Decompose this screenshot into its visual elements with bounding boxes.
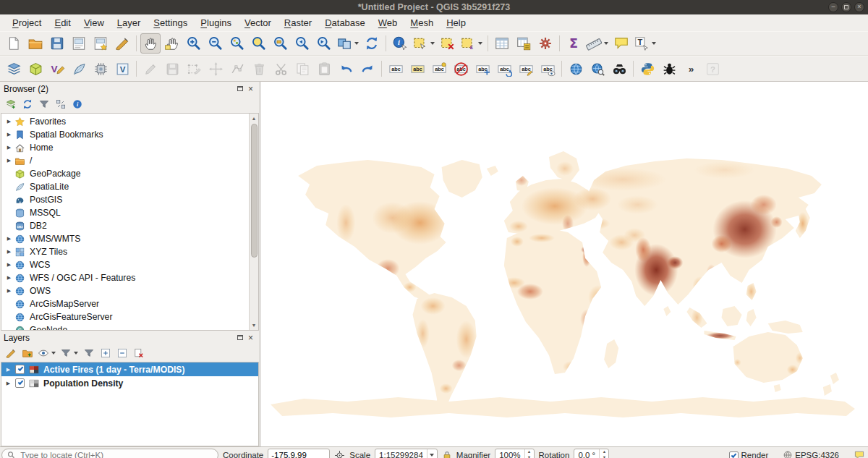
add-group-button[interactable] [20,346,35,360]
menu-database[interactable]: Database [318,16,372,30]
open-layer-styling-button[interactable] [4,346,18,360]
show-unplaced-labels-button[interactable]: abc [451,59,471,79]
browser-item-arcgisfeatureserver[interactable]: ArcGisFeatureServer [1,310,249,323]
refresh-browser-button[interactable] [20,97,35,111]
new-virtual-layer-button[interactable]: V [112,59,132,79]
map-canvas[interactable] [260,82,868,446]
scroll-down-arrow[interactable]: ▼ [250,321,258,330]
highlight-pinned-labels-button[interactable]: abc [429,59,449,79]
render-checkbox[interactable] [729,451,739,458]
menu-help[interactable]: Help [440,16,472,30]
paste-features-button[interactable] [314,59,334,79]
redo-button[interactable] [357,59,378,79]
measure-button[interactable] [585,33,610,54]
vertex-tool-button[interactable] [227,59,247,79]
menu-raster[interactable]: Raster [278,16,318,30]
zoom-full-extent-button[interactable] [227,33,247,54]
new-map-view-dropdown-arrow[interactable] [353,34,359,53]
field-calculator-button[interactable] [514,33,534,54]
zoom-to-selection-button[interactable] [249,33,269,54]
web-services-button[interactable] [587,59,608,79]
magnifier-spin-arrows[interactable]: ▲▼ [524,449,534,458]
cut-features-button[interactable] [271,59,291,79]
manage-map-themes-dropdown-arrow[interactable] [50,347,56,360]
open-attribute-table-button[interactable] [492,33,512,54]
identify-features-button[interactable]: i [390,33,410,54]
browser-item-db2[interactable]: DB2DB2 [1,219,249,232]
expander-icon[interactable]: ▶ [4,288,14,294]
browser-item-spatialite[interactable]: SpatiaLite [1,180,249,193]
search-layers-button[interactable] [609,59,629,79]
browser-item-wms-wmts[interactable]: ▶WMS/WMTS [1,232,249,245]
menu-project[interactable]: Project [6,16,48,30]
browser-item-xyz-tiles[interactable]: ▶XYZ Tiles [1,245,249,258]
deselect-features-button[interactable] [438,33,458,54]
crs-button[interactable]: EPSG:4326 [783,449,839,458]
expander-icon[interactable]: ▶ [4,381,13,386]
pan-to-selection-button[interactable] [162,33,182,54]
expander-icon[interactable]: ▶ [4,119,14,124]
layers-float-button[interactable] [234,333,245,343]
processing-toolbox-button[interactable] [535,33,556,54]
open-data-source-manager-button[interactable] [4,59,24,79]
menu-edit[interactable]: Edit [48,16,77,30]
filter-legend-button[interactable] [59,346,80,360]
new-temporary-scratch-layer-button[interactable] [90,59,111,79]
window-maximize-button[interactable] [841,2,851,12]
open-project-button[interactable] [25,33,46,54]
coordinate-input[interactable] [268,449,330,458]
delete-selected-button[interactable] [249,59,269,79]
menu-settings[interactable]: Settings [147,16,194,30]
menu-vector[interactable]: Vector [238,16,278,30]
remove-layer-button[interactable] [132,346,146,360]
expander-icon[interactable]: ▶ [4,145,14,150]
new-spatialite-layer-button[interactable] [69,59,89,79]
browser-item-wfs-ogc-api-features[interactable]: ▶WFS / OGC API - Features [1,271,249,284]
rotate-label-button[interactable]: abc [494,59,514,79]
expander-icon[interactable]: ▶ [4,236,14,242]
pan-map-button[interactable] [140,33,161,54]
expander-icon[interactable]: ▶ [4,249,14,255]
browser-item-mssql[interactable]: MSSQL [1,206,249,219]
change-label-button[interactable]: abc [516,59,536,79]
layer-visibility-checkbox[interactable] [15,378,25,388]
style-manager-button[interactable] [112,33,132,54]
locate-box[interactable] [1,449,218,458]
lock-scale-icon[interactable] [442,449,452,458]
text-annotation-button[interactable]: T [633,33,658,54]
layer-visibility-checkbox[interactable] [15,365,25,374]
save-layer-edits-button[interactable] [162,59,182,79]
add-selected-layers-button[interactable] [4,97,18,111]
browser-item-arcgismapserver[interactable]: ArcGisMapServer [1,297,249,310]
zoom-next-button[interactable] [314,33,334,54]
refresh-map-button[interactable] [362,33,382,54]
undo-button[interactable] [336,59,356,79]
browser-item-geonode[interactable]: GGeoNode [1,323,249,330]
move-feature-button[interactable] [205,59,226,79]
copy-features-button[interactable] [292,59,312,79]
rotation-spin-arrows[interactable]: ▲▼ [599,449,608,458]
browser-item-postgis[interactable]: PostGIS [1,193,249,206]
show-layout-manager-button[interactable] [90,33,111,54]
metasearch-button[interactable] [566,59,586,79]
zoom-out-button[interactable] [205,33,226,54]
menu-web[interactable]: Web [372,16,404,30]
layer-row-active-fires-1-day-terra-modis[interactable]: ▶Active Fires (1 day - Terra/MODIS) [1,362,258,376]
scrollbar-thumb[interactable] [251,124,258,258]
expander-icon[interactable]: ▶ [4,367,13,373]
save-project-button[interactable] [47,33,67,54]
select-by-expression-button[interactable]: ε [459,33,484,54]
map-tips-button[interactable] [611,33,631,54]
menu-view[interactable]: View [77,16,111,30]
scroll-up-arrow[interactable]: ▲ [250,114,258,123]
show-hide-labels-button[interactable]: abc [537,59,558,79]
text-annotation-dropdown-arrow[interactable] [650,34,657,53]
menu-mesh[interactable]: Mesh [404,16,440,30]
filter-legend-dropdown-arrow[interactable] [72,347,79,360]
window-minimize-button[interactable]: – [828,2,838,12]
layers-close-button[interactable]: × [245,333,256,343]
filter-browser-button[interactable] [37,97,51,111]
help-contents-button[interactable]: ? [702,59,723,79]
statistical-summary-button[interactable]: Σ [563,33,584,54]
browser-item-ows[interactable]: ▶OWS [1,284,249,297]
